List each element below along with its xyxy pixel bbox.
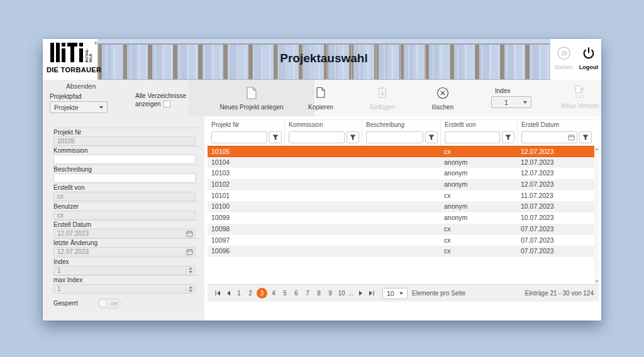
field-value: 12.07.2023 — [57, 230, 192, 237]
starten-button[interactable]: Starten — [552, 46, 575, 70]
table-cell: anonym — [440, 212, 517, 224]
table-cell: 10099 — [208, 212, 284, 224]
neue-version-label: Neue Version — [561, 102, 599, 109]
table-cell: cx — [440, 146, 517, 157]
table-row[interactable]: 10099anonym10.07.2023 — [208, 212, 594, 224]
pager-page[interactable]: 9 — [325, 288, 335, 299]
pager-page[interactable]: 10 — [336, 288, 347, 299]
table-row[interactable]: 10105cx12.07.2023 — [208, 146, 594, 157]
column-header[interactable]: Erstell Datum — [517, 120, 594, 129]
table-cell: 10097 — [208, 235, 284, 246]
column-header[interactable]: Kommission — [284, 120, 362, 129]
field-label: letzte Änderung — [53, 239, 200, 246]
table-cell: 12.07.2023 — [517, 179, 594, 190]
einfuegen-button[interactable]: Einfügen — [356, 80, 409, 116]
form-fields: Projekt Nr10105KommissionBeschreibungErs… — [53, 128, 204, 294]
pager-prev-button[interactable] — [223, 288, 234, 299]
table-row[interactable]: 10101cx11.07.2023 — [208, 190, 594, 202]
funnel-icon — [582, 132, 589, 143]
number-spinner[interactable] — [186, 285, 195, 293]
pager-next-button[interactable] — [355, 288, 366, 299]
table-row[interactable]: 10100anonym10.07.2023 — [208, 201, 594, 212]
filter-funnel-button[interactable] — [347, 131, 359, 143]
field-label: Beschreibung — [53, 166, 200, 173]
table-cell — [284, 157, 362, 168]
column-header[interactable]: Erstellt von — [440, 120, 517, 129]
field-label: Kommission — [53, 147, 200, 154]
pager-page[interactable]: 5 — [280, 288, 290, 299]
pager-page[interactable]: 4 — [269, 288, 279, 299]
number-spinner[interactable] — [186, 266, 195, 275]
logo-brand-text: DIE TORBAUER — [47, 66, 97, 74]
filter-funnel-button[interactable] — [269, 131, 282, 143]
field-input[interactable] — [53, 173, 196, 183]
form-field: letzte Änderung12.07.2023 — [53, 238, 200, 256]
projektpfad-select[interactable]: Projekte — [50, 101, 108, 113]
table-row[interactable]: 10097cx07.07.2023 — [208, 235, 594, 246]
column-header[interactable]: Beschreibung — [362, 120, 440, 129]
page-title: Projektauswahl — [97, 52, 550, 65]
page-size-label: Elemente pro Seite — [412, 290, 465, 297]
filter-input[interactable] — [445, 131, 500, 143]
index-select[interactable]: 1 — [491, 96, 531, 108]
pager-page[interactable]: 1 — [234, 288, 244, 299]
gesperrt-label: Gesperrt — [53, 300, 97, 307]
filter-funnel-button[interactable] — [425, 131, 438, 143]
chevron-down-icon — [523, 101, 527, 104]
logout-button[interactable]: Logout — [577, 46, 601, 70]
logo-vertical-text: BOTHE-HILD — [85, 43, 92, 62]
field-label: Index — [53, 258, 200, 265]
chevron-down-icon — [399, 292, 403, 295]
table-cell — [362, 146, 440, 157]
table-row[interactable]: 10103anonym12.07.2023 — [208, 168, 594, 179]
filter-cell — [208, 129, 284, 146]
start-icon — [557, 52, 571, 62]
field-input[interactable] — [53, 155, 196, 164]
pager-page[interactable]: 2 — [245, 288, 255, 299]
column-header[interactable]: Projekt Nr — [208, 120, 284, 129]
new-version-digits: 123 — [553, 95, 606, 99]
filter-input[interactable] — [366, 131, 423, 143]
table-row[interactable]: 10098cx07.07.2023 — [208, 224, 594, 235]
table-cell: 10096 — [208, 246, 284, 257]
field-value: cx — [57, 212, 192, 219]
pager-page[interactable]: 8 — [314, 288, 324, 299]
filter-input[interactable] — [521, 131, 577, 143]
neue-version-button[interactable]: 123 Neue Version — [553, 80, 606, 116]
form-field: Erstell Datum12.07.2023 — [53, 220, 200, 238]
table-cell — [284, 224, 362, 235]
filter-funnel-button[interactable] — [579, 131, 592, 143]
header-actions: Starten Logout — [550, 39, 601, 80]
form-field: Beschreibung — [53, 165, 200, 183]
alle-verzeichnisse-checkbox[interactable] — [164, 101, 170, 107]
table-row[interactable]: 10104anonym12.07.2023 — [208, 157, 594, 168]
absenden-link[interactable]: Absenden — [66, 82, 96, 90]
table-cell: 10.07.2023 — [517, 201, 594, 212]
page-size-select[interactable]: 10 — [382, 288, 408, 299]
table-cell — [284, 246, 362, 257]
pager-ellipsis[interactable]: ... — [347, 290, 355, 297]
gesperrt-toggle[interactable]: Off — [97, 299, 121, 309]
filter-funnel-button[interactable] — [502, 131, 514, 143]
table-scrollbar[interactable] — [594, 146, 599, 284]
table-row[interactable]: 10102anonym12.07.2023 — [208, 179, 594, 190]
spinner-down-icon — [189, 290, 192, 292]
project-table: Projekt NrKommissionBeschreibungErstellt… — [208, 119, 599, 302]
pager-page[interactable]: 6 — [291, 288, 301, 299]
paste-icon — [356, 87, 409, 99]
neues-projekt-label: Neues Projekt anlegen — [219, 104, 283, 111]
table-cell: 12.07.2023 — [517, 146, 594, 157]
table-cell: 10101 — [208, 190, 284, 202]
table-header-row: Projekt NrKommissionBeschreibungErstellt… — [208, 119, 599, 129]
filter-input[interactable] — [211, 131, 267, 143]
pager-first-button[interactable] — [213, 288, 223, 299]
scroll-up-icon — [595, 148, 599, 150]
table-row[interactable]: 10096cx07.07.2023 — [208, 246, 594, 257]
pager-page-current[interactable]: 3 — [257, 288, 267, 299]
pager-last-button[interactable] — [366, 288, 377, 299]
loeschen-button[interactable]: löschen — [416, 80, 469, 116]
pager-page[interactable]: 7 — [303, 288, 313, 299]
table-cell: cx — [440, 190, 517, 202]
filter-input[interactable] — [289, 131, 345, 143]
kopieren-button[interactable]: Kopieren — [294, 80, 347, 116]
